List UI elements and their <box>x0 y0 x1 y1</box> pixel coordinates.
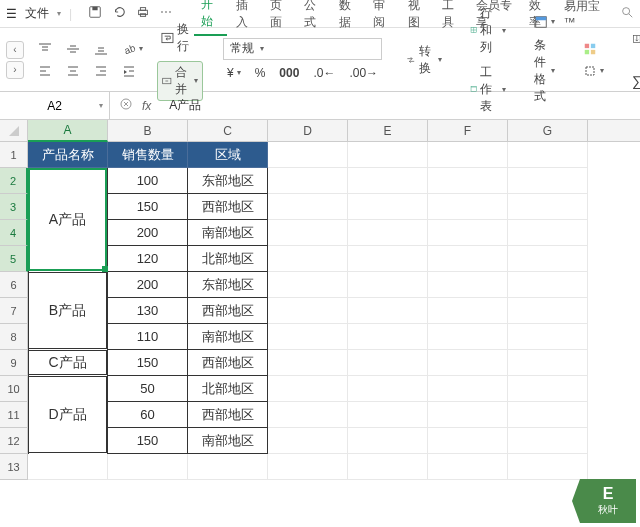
cell-E13[interactable] <box>348 454 428 480</box>
rows-cols-button[interactable]: 行和列▾ <box>466 3 510 58</box>
cell-C13[interactable] <box>188 454 268 480</box>
cell-C5[interactable]: 北部地区 <box>188 246 268 272</box>
cell-C2[interactable]: 东部地区 <box>188 168 268 194</box>
cell-B13[interactable] <box>108 454 188 480</box>
table-format-icon[interactable]: ▾ <box>530 13 559 31</box>
sum-button[interactable]: ∑求和▾ <box>628 62 640 100</box>
cell-G1[interactable] <box>508 142 588 168</box>
cell-E11[interactable] <box>348 402 428 428</box>
menu-icon[interactable]: ☰ <box>6 7 17 21</box>
cell-E6[interactable] <box>348 272 428 298</box>
cell-F10[interactable] <box>428 376 508 402</box>
ribbon-prev-button[interactable]: ‹ <box>6 41 24 59</box>
currency-button[interactable]: ¥▾ <box>223 64 245 82</box>
cell-E9[interactable] <box>348 350 428 376</box>
format-icon[interactable]: ▾ <box>579 62 608 80</box>
cell-F6[interactable] <box>428 272 508 298</box>
merged-cell-B产品[interactable]: B产品 <box>28 272 107 349</box>
cell-B8[interactable]: 110 <box>108 324 188 350</box>
formula-input[interactable]: A产品 <box>161 97 640 114</box>
cell-C1[interactable]: 区域 <box>188 142 268 168</box>
decrease-decimal-icon[interactable]: .0← <box>309 64 339 82</box>
row-header-9[interactable]: 9 <box>0 350 27 376</box>
col-header-C[interactable]: C <box>188 120 268 141</box>
row-header-2[interactable]: 2 <box>0 168 28 194</box>
row-header-4[interactable]: 4 <box>0 220 28 246</box>
align-bottom-icon[interactable] <box>90 40 112 58</box>
cell-D11[interactable] <box>268 402 348 428</box>
cell-F9[interactable] <box>428 350 508 376</box>
merged-cell-A产品[interactable]: A产品 <box>28 168 107 271</box>
col-header-E[interactable]: E <box>348 120 428 141</box>
fx-icon[interactable]: fx <box>142 99 151 113</box>
cell-F7[interactable] <box>428 298 508 324</box>
cell-G12[interactable] <box>508 428 588 454</box>
merged-cell-C产品[interactable]: C产品 <box>28 350 107 375</box>
cell-F11[interactable] <box>428 402 508 428</box>
cell-C6[interactable]: 东部地区 <box>188 272 268 298</box>
conditional-format-button[interactable]: 条件格式▾ <box>530 35 559 107</box>
cell-B12[interactable]: 150 <box>108 428 188 454</box>
cell-B11[interactable]: 60 <box>108 402 188 428</box>
cell-G10[interactable] <box>508 376 588 402</box>
cell-A1[interactable]: 产品名称 <box>28 142 108 168</box>
merge-button[interactable]: 合并▾ <box>157 61 203 101</box>
fill-button[interactable]: 填充▾ <box>628 20 640 58</box>
cell-F1[interactable] <box>428 142 508 168</box>
cell-E8[interactable] <box>348 324 428 350</box>
row-header-13[interactable]: 13 <box>0 454 27 480</box>
align-middle-icon[interactable] <box>62 40 84 58</box>
cell-D4[interactable] <box>268 220 348 246</box>
row-header-11[interactable]: 11 <box>0 402 27 428</box>
tab-10[interactable]: 易用宝 ™ <box>557 0 610 33</box>
cell-C12[interactable]: 南部地区 <box>188 428 268 454</box>
tab-1[interactable]: 插入 <box>229 0 261 35</box>
cell-D10[interactable] <box>268 376 348 402</box>
cell-G2[interactable] <box>508 168 588 194</box>
cell-G11[interactable] <box>508 402 588 428</box>
cell-C8[interactable]: 南部地区 <box>188 324 268 350</box>
align-right-icon[interactable] <box>90 62 112 80</box>
print-icon[interactable] <box>136 5 150 22</box>
cell-E5[interactable] <box>348 246 428 272</box>
align-left-icon[interactable] <box>34 62 56 80</box>
cell-D9[interactable] <box>268 350 348 376</box>
cell-F2[interactable] <box>428 168 508 194</box>
col-header-D[interactable]: D <box>268 120 348 141</box>
cell-F3[interactable] <box>428 194 508 220</box>
cell-G4[interactable] <box>508 220 588 246</box>
cell-D3[interactable] <box>268 194 348 220</box>
cell-G6[interactable] <box>508 272 588 298</box>
align-top-icon[interactable] <box>34 40 56 58</box>
cell-C4[interactable]: 南部地区 <box>188 220 268 246</box>
save-icon[interactable] <box>88 5 102 22</box>
row-header-12[interactable]: 12 <box>0 428 27 454</box>
undo-icon[interactable] <box>112 5 126 22</box>
wrap-text-button[interactable]: 换行 <box>157 19 203 57</box>
tab-7[interactable]: 工具 <box>435 0 467 35</box>
cell-D1[interactable] <box>268 142 348 168</box>
cell-F8[interactable] <box>428 324 508 350</box>
cell-D13[interactable] <box>268 454 348 480</box>
cell-F4[interactable] <box>428 220 508 246</box>
cell-B7[interactable]: 130 <box>108 298 188 324</box>
chevron-down-icon[interactable]: ▾ <box>99 101 103 110</box>
cell-D7[interactable] <box>268 298 348 324</box>
convert-button[interactable]: 转换▾ <box>402 41 446 79</box>
cell-C3[interactable]: 西部地区 <box>188 194 268 220</box>
cell-G7[interactable] <box>508 298 588 324</box>
select-all-corner[interactable] <box>0 120 28 141</box>
cell-C11[interactable]: 西部地区 <box>188 402 268 428</box>
indent-icon[interactable] <box>118 62 140 80</box>
cell-E3[interactable] <box>348 194 428 220</box>
cell-E10[interactable] <box>348 376 428 402</box>
cell-C10[interactable]: 北部地区 <box>188 376 268 402</box>
name-box-input[interactable] <box>20 99 90 113</box>
file-menu[interactable]: 文件 <box>25 5 49 22</box>
cell-B9[interactable]: 150 <box>108 350 188 376</box>
cell-G13[interactable] <box>508 454 588 480</box>
cell-B4[interactable]: 200 <box>108 220 188 246</box>
cell-D8[interactable] <box>268 324 348 350</box>
cell-G3[interactable] <box>508 194 588 220</box>
comma-icon[interactable]: 000 <box>275 64 303 82</box>
